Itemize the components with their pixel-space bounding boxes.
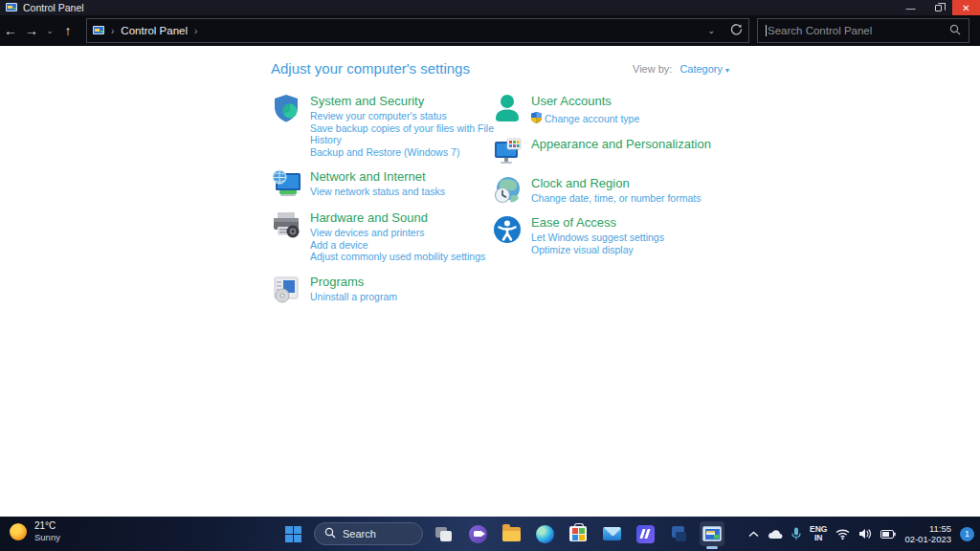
- tray-overflow-chevron-icon[interactable]: [748, 531, 759, 538]
- microphone-icon[interactable]: [791, 527, 801, 540]
- search-icon[interactable]: [949, 22, 961, 39]
- minimize-button[interactable]: —: [897, 0, 924, 15]
- clock-region-globe-icon[interactable]: [492, 175, 523, 206]
- category-title-link[interactable]: Appearance and Personalization: [531, 137, 711, 151]
- window-title: Control Panel: [23, 2, 84, 13]
- category-programs: Programs Uninstall a program: [271, 274, 496, 304]
- view-by-dropdown[interactable]: Category: [679, 63, 723, 75]
- text-caret: [766, 25, 767, 36]
- system-tray: ENG IN 11:55 02-01-2023 1: [748, 517, 974, 551]
- task-link[interactable]: View devices and printers: [310, 227, 485, 239]
- category-title-link[interactable]: User Accounts: [531, 94, 639, 108]
- taskbar-search-label: Search: [343, 528, 376, 540]
- programs-box-disc-icon[interactable]: [271, 274, 301, 304]
- category-clock-and-region: Clock and Region Change date, time, or n…: [492, 175, 717, 206]
- folder-icon: [502, 527, 521, 541]
- category-ease-of-access: Ease of Access Let Windows suggest setti…: [492, 214, 717, 255]
- breadcrumb-separator: ›: [111, 26, 114, 36]
- network-monitor-globe-icon[interactable]: [271, 168, 301, 199]
- category-hardware-and-sound: Hardware and Sound View devices and prin…: [271, 209, 496, 263]
- search-box[interactable]: [757, 18, 969, 43]
- control-panel-window: Control Panel — ✕ ← → ⌄ ↑ › Control Pane…: [0, 0, 980, 551]
- taskbar-search[interactable]: Search: [314, 522, 423, 545]
- windows-logo-icon: [285, 526, 301, 542]
- task-link[interactable]: Optimize visual display: [531, 244, 664, 256]
- task-link[interactable]: Change date, time, or number formats: [531, 192, 701, 205]
- back-button[interactable]: ←: [0, 23, 21, 38]
- file-explorer-button[interactable]: [499, 521, 523, 546]
- breadcrumb[interactable]: Control Panel: [121, 25, 188, 36]
- category-system-and-security: System and Security Review your computer…: [271, 93, 496, 158]
- weather-temperature: 21°C: [34, 520, 60, 532]
- close-button[interactable]: ✕: [952, 0, 980, 15]
- up-button[interactable]: ↑: [57, 23, 78, 38]
- category-title-link[interactable]: Hardware and Sound: [310, 210, 485, 225]
- task-link[interactable]: View network status and tasks: [310, 186, 445, 198]
- system-security-shield-icon[interactable]: [271, 93, 301, 123]
- forward-button[interactable]: →: [21, 23, 42, 38]
- task-view-icon: [435, 527, 453, 541]
- store-bag-icon: [569, 526, 587, 541]
- tray-time: 11:55: [904, 523, 951, 534]
- category-title-link[interactable]: System and Security: [310, 94, 496, 108]
- microsoft-store-button[interactable]: [566, 521, 590, 546]
- left-column: System and Security Review your computer…: [271, 93, 496, 315]
- sun-icon: [10, 523, 27, 540]
- search-input[interactable]: [768, 25, 949, 36]
- view-by-caret-icon[interactable]: ▾: [725, 66, 729, 75]
- view-by-control: View by:Category ▾: [633, 63, 729, 75]
- appearance-monitor-icon[interactable]: [492, 136, 523, 166]
- recent-locations-chevron-icon[interactable]: ⌄: [42, 26, 57, 35]
- notification-badge[interactable]: 1: [960, 527, 974, 541]
- wifi-icon[interactable]: [835, 529, 850, 540]
- weather-condition: Sunny: [34, 532, 60, 542]
- category-title-link[interactable]: Clock and Region: [531, 176, 701, 190]
- category-title-link[interactable]: Network and Internet: [310, 169, 445, 184]
- right-column: User Accounts Change account type Appear…: [492, 93, 717, 264]
- view-by-label: View by:: [633, 63, 672, 75]
- category-user-accounts: User Accounts Change account type: [492, 93, 717, 127]
- chat-camera-icon: [469, 525, 487, 543]
- edge-icon: [536, 525, 554, 543]
- language-indicator[interactable]: ENG IN: [810, 525, 827, 542]
- task-link[interactable]: Backup and Restore (Windows 7): [310, 146, 496, 159]
- task-link[interactable]: Uninstall a program: [310, 291, 397, 303]
- breadcrumb-separator[interactable]: ›: [194, 26, 197, 36]
- control-panel-taskbar-button[interactable]: [700, 521, 724, 546]
- tray-date: 02-01-2023: [904, 534, 951, 544]
- restore-icon: [935, 5, 942, 11]
- task-link[interactable]: Add a device: [310, 239, 485, 252]
- address-dropdown-chevron-icon[interactable]: ⌄: [707, 26, 715, 35]
- mail-button[interactable]: [599, 521, 624, 546]
- category-appearance-and-personalization: Appearance and Personalization: [492, 136, 717, 166]
- ease-of-access-person-icon[interactable]: [492, 214, 523, 245]
- task-link[interactable]: Change account type: [545, 113, 639, 125]
- address-bar[interactable]: › Control Panel › ⌄: [86, 18, 749, 43]
- category-title-link[interactable]: Ease of Access: [531, 215, 664, 230]
- task-link[interactable]: Adjust commonly used mobility settings: [310, 251, 485, 263]
- task-link[interactable]: Let Windows suggest settings: [531, 231, 664, 244]
- taskbar-center: Search: [280, 517, 724, 551]
- category-title-link[interactable]: Programs: [310, 275, 397, 289]
- page-title: Adjust your computer's settings: [271, 60, 470, 77]
- user-accounts-person-icon[interactable]: [492, 93, 523, 123]
- printer-icon[interactable]: [271, 209, 301, 240]
- battery-icon[interactable]: [880, 530, 896, 539]
- taskbar: 21°C Sunny Search: [0, 517, 980, 551]
- clock-datetime[interactable]: 11:55 02-01-2023: [904, 523, 951, 544]
- onedrive-cloud-icon[interactable]: [768, 529, 783, 540]
- weather-widget[interactable]: 21°C Sunny: [10, 520, 60, 542]
- restore-button[interactable]: [924, 0, 952, 15]
- start-button[interactable]: [280, 521, 305, 546]
- task-link[interactable]: Save backup copies of your files with Fi…: [310, 122, 496, 146]
- app-m-slash-button[interactable]: [633, 521, 657, 546]
- task-view-button[interactable]: [432, 521, 457, 546]
- task-link[interactable]: Review your computer's status: [310, 110, 496, 122]
- main-content: Adjust your computer's settings View by:…: [0, 46, 980, 517]
- speaker-icon[interactable]: [858, 528, 872, 540]
- m-slash-icon: [636, 525, 655, 543]
- refresh-icon[interactable]: [730, 22, 743, 39]
- chat-button[interactable]: [465, 521, 490, 546]
- edge-browser-button[interactable]: [532, 521, 557, 546]
- app-blue-squares-button[interactable]: [666, 521, 691, 546]
